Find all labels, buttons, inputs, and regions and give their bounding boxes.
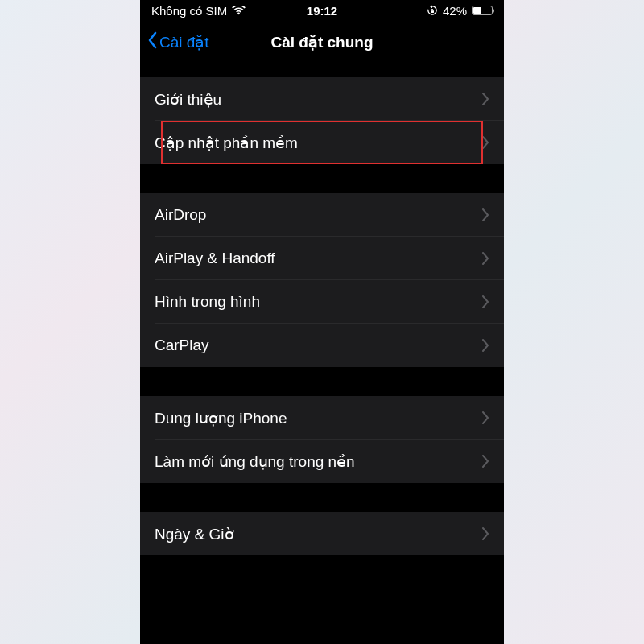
chevron-right-icon (482, 339, 489, 352)
row-label: Dung lượng iPhone (155, 409, 287, 427)
row-date-time[interactable]: Ngày & Giờ (140, 512, 504, 555)
row-airplay-handoff[interactable]: AirPlay & Handoff (140, 237, 504, 280)
nav-bar: Cài đặt Cài đặt chung (140, 21, 504, 63)
row-label: Hình trong hình (155, 293, 260, 311)
status-bar: Không có SIM 19:12 42% (140, 0, 504, 21)
row-label: CarPlay (155, 336, 209, 354)
clock: 19:12 (307, 4, 337, 18)
orientation-lock-icon (427, 5, 438, 16)
row-iphone-storage[interactable]: Dung lượng iPhone (140, 396, 504, 440)
status-right: 42% (427, 4, 493, 18)
highlight-wrapper: Cập nhật phần mềm (140, 121, 504, 164)
row-label: Ngày & Giờ (155, 525, 234, 543)
group-gap (140, 164, 504, 193)
chevron-right-icon (482, 411, 489, 424)
chevron-left-icon (147, 31, 158, 53)
phone-frame: Không có SIM 19:12 42% Cài đặt Cài đặt c… (140, 0, 504, 644)
chevron-right-icon (482, 136, 489, 149)
row-label: AirDrop (155, 206, 206, 224)
chevron-right-icon (482, 208, 489, 221)
battery-percent: 42% (443, 4, 467, 18)
row-background-app-refresh[interactable]: Làm mới ứng dụng trong nền (140, 440, 504, 483)
chevron-right-icon (482, 295, 489, 308)
back-label: Cài đặt (159, 33, 209, 52)
settings-list[interactable]: Giới thiệu Cập nhật phần mềm AirDrop Air… (140, 63, 504, 644)
page-title: Cài đặt chung (270, 33, 373, 52)
carrier-label: Không có SIM (151, 4, 227, 18)
row-label: Giới thiệu (155, 90, 221, 109)
group-gap (140, 63, 504, 77)
row-software-update[interactable]: Cập nhật phần mềm (140, 121, 504, 164)
row-about[interactable]: Giới thiệu (140, 77, 504, 121)
chevron-right-icon (482, 455, 489, 468)
row-carplay[interactable]: CarPlay (140, 324, 504, 367)
wifi-icon (232, 6, 246, 15)
row-label: Làm mới ứng dụng trong nền (155, 452, 355, 471)
row-label: Cập nhật phần mềm (155, 134, 298, 152)
row-label: AirPlay & Handoff (155, 250, 275, 267)
chevron-right-icon (482, 93, 489, 105)
row-airdrop[interactable]: AirDrop (140, 193, 504, 237)
chevron-right-icon (482, 527, 489, 540)
battery-icon (472, 6, 493, 15)
back-button[interactable]: Cài đặt (147, 31, 209, 53)
row-picture-in-picture[interactable]: Hình trong hình (140, 280, 504, 324)
chevron-right-icon (482, 252, 489, 265)
group-gap (140, 367, 504, 396)
status-left: Không có SIM (151, 4, 246, 18)
group-gap (140, 483, 504, 512)
